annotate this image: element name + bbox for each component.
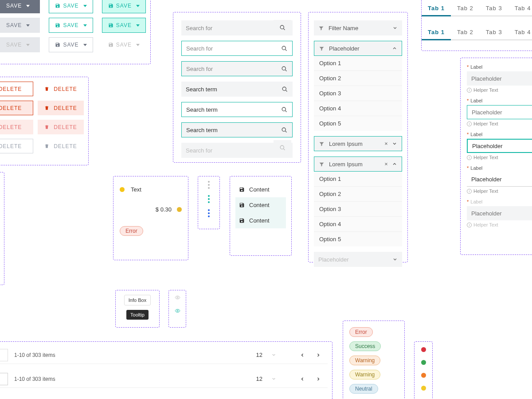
- save-button-primary[interactable]: SAVE: [0, 0, 40, 13]
- kebab-menu-gray[interactable]: [208, 181, 210, 189]
- delete-button-outline[interactable]: DELETE: [0, 82, 33, 96]
- tab-3[interactable]: Tab 3: [480, 1, 509, 16]
- dropdown-filter[interactable]: Filter Name: [314, 20, 402, 35]
- dropdown-selected[interactable]: Lorem Ipsum: [314, 136, 402, 151]
- content-item-hover-2[interactable]: Content: [235, 213, 286, 228]
- page-size-select[interactable]: [0, 349, 8, 361]
- delete-button-light[interactable]: DELETE: [0, 120, 33, 134]
- dropdown-option[interactable]: Option 3: [314, 86, 402, 101]
- neutral-pill: Neutral: [349, 384, 378, 394]
- dropdown-options: Option 1 Option 2 Option 3 Option 4 Opti…: [314, 56, 402, 131]
- delete-button-gray-outline: DELETE: [0, 139, 33, 153]
- delete-button-fill[interactable]: DELETE: [38, 101, 84, 115]
- save-label: SAVE: [63, 42, 78, 48]
- svg-point-8: [280, 145, 284, 149]
- dropdown-selected-open[interactable]: Lorem Ipsum: [314, 156, 402, 172]
- close-icon[interactable]: [384, 162, 388, 166]
- save-button-teal-outline[interactable]: SAVE: [49, 0, 93, 13]
- eye-icon[interactable]: [174, 295, 181, 300]
- svg-point-2: [282, 66, 286, 70]
- search-icon: [281, 106, 288, 113]
- tab-1[interactable]: Tab 1: [422, 1, 451, 16]
- search-field[interactable]: [186, 106, 281, 113]
- search-field[interactable]: [186, 45, 281, 52]
- save-button-teal-fill-2[interactable]: SAVE: [102, 18, 146, 33]
- group-kebab-menus: [198, 176, 220, 229]
- dropdown-open[interactable]: Placeholder: [314, 41, 402, 56]
- save-button-white[interactable]: SAVE: [49, 37, 93, 52]
- tab-4[interactable]: Tab 4: [509, 1, 532, 16]
- chevron-down-icon[interactable]: [271, 352, 276, 357]
- delete-label: DELETE: [54, 105, 77, 111]
- filter-icon: [318, 25, 324, 31]
- dropdown-option[interactable]: Option 4: [314, 101, 402, 116]
- delete-label: DELETE: [0, 124, 22, 130]
- search-icon-button-disabled: [274, 140, 291, 155]
- prev-page-button[interactable]: [297, 350, 307, 360]
- search-field[interactable]: [186, 86, 282, 93]
- info-icon: i: [467, 155, 472, 160]
- dropdown-option[interactable]: Option 2: [314, 187, 402, 202]
- dropdown-option[interactable]: Option 1: [314, 172, 402, 187]
- field-label: *Label: [467, 165, 532, 171]
- status-dot-success: [421, 360, 426, 365]
- prev-page-button[interactable]: [297, 374, 307, 384]
- dropdown-option[interactable]: Option 5: [314, 232, 402, 246]
- caret-down-icon: [26, 5, 30, 7]
- text-input[interactable]: [467, 105, 532, 119]
- content-item[interactable]: Content: [235, 182, 286, 197]
- status-text: Text: [131, 186, 141, 193]
- dropdown-option[interactable]: Option 1: [314, 56, 402, 71]
- close-icon[interactable]: [384, 141, 388, 146]
- save-button-gray[interactable]: SAVE: [0, 18, 40, 33]
- tab-1[interactable]: Tab 1: [422, 25, 451, 40]
- info-box: Info Box: [124, 295, 151, 305]
- search-input-term[interactable]: [181, 82, 293, 97]
- search-input-term-focused[interactable]: [181, 102, 293, 117]
- content-item-hover[interactable]: Content: [235, 197, 286, 213]
- dropdown-option[interactable]: Option 4: [314, 217, 402, 232]
- search-input-focused[interactable]: [181, 41, 293, 56]
- kebab-menu-teal[interactable]: [208, 195, 210, 203]
- search-field[interactable]: [186, 66, 281, 72]
- search-field[interactable]: [186, 25, 282, 31]
- chevron-down-icon[interactable]: [271, 376, 276, 381]
- tab-3[interactable]: Tab 3: [480, 25, 509, 39]
- group-text-inputs: *Label iHelper Text *Label iHelper Text …: [460, 58, 532, 255]
- text-input[interactable]: [467, 172, 532, 187]
- kebab-menu-blue[interactable]: [208, 209, 210, 217]
- delete-button-text[interactable]: DELETE: [38, 82, 84, 96]
- group-eye-icons: [168, 290, 186, 328]
- tab-2[interactable]: Tab 2: [451, 25, 480, 39]
- eye-icon-active[interactable]: [174, 308, 181, 313]
- search-icon-button[interactable]: [274, 20, 291, 35]
- text-input[interactable]: [467, 139, 532, 153]
- search-field[interactable]: [186, 127, 281, 133]
- trash-icon: [44, 124, 49, 130]
- caret-down-icon: [83, 24, 87, 27]
- required-asterisk: *: [467, 165, 469, 171]
- delete-button-light-icon[interactable]: DELETE: [38, 120, 84, 134]
- text-input[interactable]: [467, 71, 532, 86]
- tab-4[interactable]: Tab 4: [509, 25, 532, 39]
- dropdown-option[interactable]: Option 5: [314, 116, 402, 131]
- dropdown-option[interactable]: Option 2: [314, 71, 402, 86]
- field-default: *Label iHelper Text: [467, 64, 532, 93]
- next-page-button[interactable]: [313, 350, 323, 360]
- delete-label: DELETE: [54, 143, 77, 149]
- save-button-teal-outline-2[interactable]: SAVE: [49, 18, 93, 33]
- tab-2[interactable]: Tab 2: [451, 1, 480, 16]
- tabs-row-2: Tab 1 Tab 2 Tab 3 Tab 4: [422, 25, 532, 40]
- search-input-term-outlined[interactable]: [181, 122, 293, 137]
- delete-button-fill-outline[interactable]: DELETE: [0, 101, 33, 115]
- save-button-teal-fill[interactable]: SAVE: [102, 0, 146, 13]
- required-asterisk: *: [467, 98, 469, 103]
- helper-text: iHelper Text: [467, 155, 532, 160]
- info-icon: i: [467, 223, 472, 227]
- page-size-select[interactable]: [0, 373, 8, 385]
- group-tabs: Tab 1 Tab 2 Tab 3 Tab 4 Tab 1 Tab 2 Tab …: [421, 0, 532, 51]
- next-page-button[interactable]: [313, 374, 323, 384]
- search-input-outlined[interactable]: [181, 61, 293, 76]
- dropdown-option[interactable]: Option 3: [314, 202, 402, 217]
- field-label: *Label: [467, 64, 532, 70]
